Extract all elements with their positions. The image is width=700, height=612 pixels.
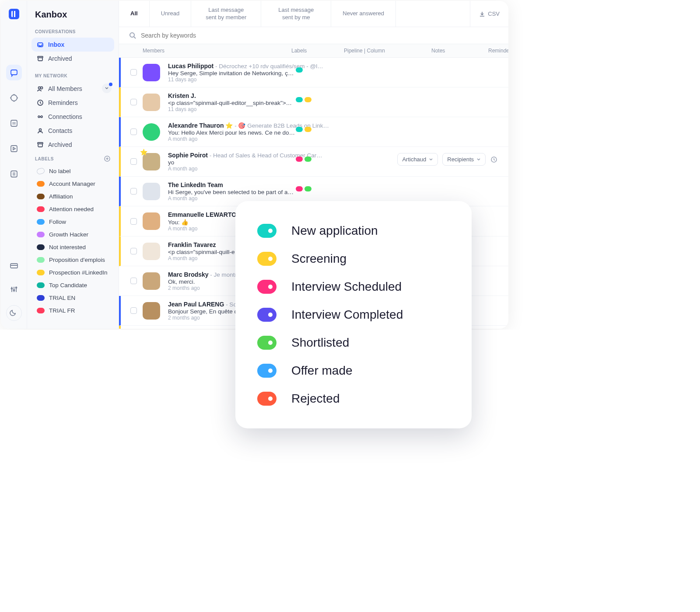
sidebar-contacts[interactable]: Contacts [32, 124, 114, 138]
message-row[interactable]: Alexandre Thauron ⭐ - 🎯 Generate B2B Lea… [119, 117, 508, 147]
label-item[interactable]: Follow [32, 216, 114, 228]
row-checkbox[interactable] [130, 307, 137, 314]
expand-members[interactable] [102, 83, 112, 93]
table-header: Members Labels Pipeline | Column Notes R… [119, 44, 508, 58]
download-icon [479, 11, 485, 17]
sidebar-archived-2[interactable]: Archived [32, 138, 114, 152]
label-item[interactable]: TRIAL FR [32, 304, 114, 317]
label-item[interactable]: Proposition d'emplois [32, 254, 114, 266]
message-row[interactable]: Lucas Philippot - Décrochez +10 rdv qual… [119, 58, 508, 87]
search-input[interactable] [141, 32, 499, 39]
labels-list: No labelAccount ManagerAffiliationAttent… [32, 165, 114, 317]
label-item[interactable]: Affiliation [32, 190, 114, 203]
label-item[interactable]: Account Manager [32, 177, 114, 190]
sidebar-archived[interactable]: Archived [32, 52, 114, 66]
tab-last-message-sent-by-member[interactable]: Last message sent by member [191, 1, 261, 27]
svg-rect-19 [38, 144, 42, 147]
member-name: Kristen J. [168, 92, 196, 99]
row-checkbox[interactable] [130, 218, 137, 225]
message-row[interactable]: Sophie Poirot - Head of Sales & Head of … [119, 147, 508, 177]
label-item[interactable]: TRIAL EN [32, 292, 114, 304]
chevron-down-icon [476, 157, 481, 162]
popup-item[interactable]: Interview Scheduled [257, 273, 450, 301]
rail-messages[interactable] [6, 65, 22, 80]
tab-unread[interactable]: Unread [150, 1, 192, 27]
row-labels [296, 127, 312, 132]
row-checkbox[interactable] [130, 188, 137, 195]
row-checkbox[interactable] [130, 158, 137, 165]
message-row[interactable]: Kristen J.<p class="spinmail-quill-edito… [119, 87, 508, 117]
message-content: Lucas Philippot - Décrochez +10 rdv qual… [164, 62, 503, 83]
svg-rect-0 [11, 70, 17, 75]
label-pill [304, 97, 312, 102]
moon-icon [10, 309, 18, 317]
popup-item[interactable]: Screening [257, 245, 450, 273]
label-color-icon [37, 244, 45, 250]
popup-item[interactable]: New application [257, 217, 450, 245]
row-checkbox[interactable] [130, 69, 137, 76]
avatar [143, 272, 160, 290]
rail-settings[interactable] [6, 282, 22, 297]
sidebar-reminders[interactable]: Reminders [32, 96, 114, 110]
rail-board[interactable] [6, 115, 22, 131]
tab-last-message-sent-by-me[interactable]: Last message sent by me [261, 1, 331, 27]
board-icon [10, 119, 18, 128]
member-name: Alexandre Thauron ⭐ [168, 122, 233, 129]
rail-billing[interactable] [6, 258, 22, 274]
rail-play[interactable] [6, 141, 22, 156]
network-heading: MY NETWORK [32, 72, 114, 82]
pipeline-chip[interactable]: Artichaud [397, 153, 438, 166]
rail-target[interactable] [6, 90, 22, 106]
message-preview: yo [168, 159, 295, 166]
rail-theme[interactable] [6, 305, 22, 321]
row-checkbox[interactable] [130, 278, 137, 284]
sidebar-connections[interactable]: Connections [32, 110, 114, 124]
popup-item[interactable]: Interview Completed [257, 301, 450, 329]
clock-icon [37, 99, 44, 106]
row-labels [296, 97, 312, 102]
svg-point-21 [130, 33, 134, 37]
row-checkbox[interactable] [130, 129, 137, 135]
message-time: 11 days ago [168, 106, 499, 112]
contacts-icon [37, 127, 44, 134]
search-bar [119, 27, 508, 44]
label-color-icon [36, 167, 46, 175]
popup-label: Interview Scheduled [291, 280, 402, 294]
column-chip[interactable]: Recipients [442, 153, 486, 166]
popup-label: Interview Completed [291, 308, 403, 322]
add-label-icon[interactable] [104, 155, 111, 162]
row-checkbox[interactable] [130, 99, 137, 105]
label-item[interactable]: Prospection #LinkedIn [32, 266, 114, 279]
tab-all[interactable]: All [119, 1, 150, 27]
label-item[interactable]: Not interested [32, 241, 114, 254]
label-item[interactable]: No label [32, 165, 114, 177]
row-checkbox[interactable] [130, 248, 137, 254]
tab-never-answered[interactable]: Never answered [331, 1, 396, 27]
label-item[interactable]: Top Candidate [32, 279, 114, 292]
label-color-icon [37, 295, 45, 301]
label-item[interactable]: Attention needed [32, 203, 114, 216]
csv-export[interactable]: CSV [470, 1, 508, 27]
archive-icon [37, 55, 44, 62]
reminder-icon[interactable] [490, 156, 498, 163]
popup-label: New application [291, 224, 378, 238]
svg-point-1 [11, 95, 17, 101]
member-name: Jean Paul LARENG [168, 301, 224, 308]
message-content: The LinkedIn TeamHi Serge, you've been s… [164, 181, 503, 202]
label-pill [296, 127, 303, 132]
col-labels: Labels [291, 48, 344, 54]
rail-notes[interactable] [6, 166, 22, 182]
message-time: 11 days ago [168, 76, 499, 83]
connections-icon [37, 113, 44, 120]
label-color-icon [37, 194, 45, 199]
inbox-icon [37, 41, 44, 48]
sidebar-inbox[interactable]: Inbox [32, 38, 114, 52]
label-pill [296, 67, 303, 73]
label-color-icon [37, 206, 45, 212]
label-color-icon [37, 181, 45, 187]
popup-item[interactable]: Shortlisted [257, 329, 450, 330]
label-color-icon [37, 219, 45, 225]
avatar [143, 183, 160, 200]
label-item[interactable]: Growth Hacker [32, 228, 114, 241]
row-labels [296, 156, 312, 162]
